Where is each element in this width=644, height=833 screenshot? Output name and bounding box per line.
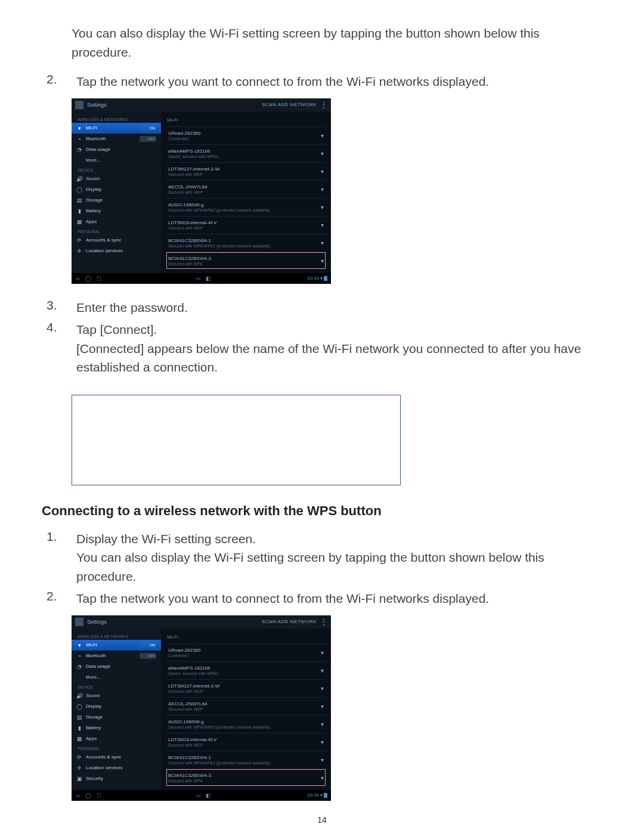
sidebar-item-more[interactable]: More... [72,155,161,166]
sidebar-item-accounts[interactable]: ⟳ Accounts & sync [72,752,161,763]
sidebar-item-data[interactable]: ◔ Data usage [72,661,161,672]
wifi-signal-icon: ▾ [321,649,324,656]
wifi-network-item[interactable]: BCW41C32BSW4-1Secured with WPA/WPA2 (pro… [166,751,326,769]
sidebar-item-display[interactable]: ◯ Display [72,184,161,195]
apps-icon: ▦ [76,736,82,742]
wifi-signal-icon: ▾ [321,204,324,210]
blank-icon [76,157,82,163]
wifi-network-item[interactable]: URoad-282380Connected ▾ [166,643,326,661]
sidebar-item-apps[interactable]: ▦ Apps [72,216,161,227]
network-status: Secured with WPA/WPA2 (protected network… [168,208,321,212]
wifi-network-item[interactable]: AUSO-1986Wi-gSecured with WPA/WPA2 (prot… [166,198,326,216]
wifi-network-item[interactable]: BCW41C32BSW4-1Secured with WPA/WPA2 (pro… [166,234,326,252]
network-name: AUSO-1986Wi-g [168,202,321,208]
wifi-network-item[interactable]: AECOL-2NW7L84Secured with WEP ▾ [166,697,326,715]
bluetooth-toggle[interactable]: OFF [140,653,156,659]
sidebar-item-label: More... [86,157,156,163]
overflow-icon[interactable]: ⋮ [320,101,327,109]
clock: 10:34 [307,275,319,281]
wifi-signal-icon: ▾ [321,240,324,246]
home-icon[interactable]: ◯ [85,275,91,281]
settings-screenshot-2: Settings SCAN ADD NETWORK ⋮ WIRELESS & N… [72,615,331,801]
wifi-network-item[interactable]: AECOL-2NW7L84Secured with WEP ▾ [166,180,326,198]
wifi-signal-icon: ▾ [321,186,324,193]
sidebar-item-more[interactable]: More... [72,672,161,683]
sidebar-item-label: Accounts & sync [86,237,156,243]
sidebar-item-bluetooth[interactable]: ⌁ Bluetooth OFF [72,651,161,661]
sidebar-item-sound[interactable]: 🔊 Sound [72,174,161,184]
network-status: Connected [168,654,321,658]
wifi-signal-icon: ▾ [321,168,324,175]
sidebar-item-storage[interactable]: ▤ Storage [72,195,161,206]
notif-icon[interactable]: ◧ [206,792,211,798]
notif-icon[interactable]: ◧ [206,275,211,281]
intro-paragraph: You can also display the Wi-Fi setting s… [72,24,602,61]
wifi-network-item[interactable]: aNexAMPS-182166Saved, secured with WPA2 … [166,661,326,679]
network-status: Saved, secured with WPA2 [168,154,321,159]
network-status: Secured with WPA/WPA2 (protected network… [168,761,321,765]
network-name: BCW41C32BSW4-1 [168,238,321,243]
network-status: Secured with WEP [168,707,321,711]
wps-heading: Connecting to a wireless network with th… [42,503,602,519]
sidebar-item-wifi[interactable]: ▾ Wi-Fi ON [72,123,161,134]
back-icon[interactable]: ◅ [75,275,79,281]
wifi-network-item[interactable]: URoad-282380Connected ▾ [166,126,326,144]
sidebar-item-label: Display [86,704,156,709]
network-status: Secured with WEP [168,190,321,194]
sound-icon: 🔊 [76,693,82,699]
bluetooth-toggle[interactable]: OFF [140,136,156,142]
sidebar-item-battery[interactable]: ▮ Battery [72,723,161,733]
network-status: Secured with WEP [168,743,321,747]
wifi-network-item[interactable]: LDT3M18-internal-4f-VSecured with WEP ▾ [166,216,326,234]
wifi-status-icon: ▾ [320,275,323,281]
sidebar-item-location[interactable]: ✛ Location services [72,246,161,256]
wifi-network-item[interactable]: LDT3M18-internal-4f-VSecured with WEP ▾ [166,733,326,751]
step-3: 3. Enter the password. [42,298,602,317]
sidebar-item-accounts[interactable]: ⟳ Accounts & sync [72,235,161,246]
overflow-icon[interactable]: ⋮ [320,618,327,626]
step-4: 4. Tap [Connect]. [Connected] appears be… [42,320,602,377]
wifi-network-item[interactable]: LDT3M127-internet-3-WSecured with WEP ▾ [166,679,326,697]
bluetooth-icon: ⌁ [76,653,82,659]
wifi-network-item[interactable]: LDT3M127-internet-3-WSecured with WEP ▾ [166,162,326,180]
notif-icon[interactable]: ▭ [196,792,201,798]
wifi-toggle[interactable]: ON [140,642,156,648]
back-icon[interactable]: ◅ [75,792,79,798]
wifi-network-item-highlighted[interactable]: BCW41C32BSW4-3Secured with WPA ▾ [166,769,326,786]
app-topbar: Settings SCAN ADD NETWORK ⋮ [72,98,331,112]
network-name: AUSO-1986Wi-g [168,719,321,724]
sidebar-item-sound[interactable]: 🔊 Sound [72,690,161,701]
security-icon: ▣ [76,776,82,782]
location-icon: ✛ [76,248,82,254]
wifi-network-item[interactable]: aNexAMPS-182166Saved, secured with WPA2 … [166,144,326,162]
storage-icon: ▤ [76,714,82,720]
sidebar-item-storage[interactable]: ▤ Storage [72,712,161,723]
wifi-signal-icon: ▾ [321,721,324,727]
sidebar-item-label: Location services [86,248,156,253]
sidebar-item-location[interactable]: ✛ Location services [72,763,161,773]
home-icon[interactable]: ◯ [85,792,91,798]
sidebar-item-display[interactable]: ◯ Display [72,701,161,712]
sidebar-item-label: Bluetooth [86,653,136,658]
settings-body: WIRELESS & NETWORKS ▾ Wi-Fi ON ⌁ Bluetoo… [72,112,331,273]
sidebar-item-bluetooth[interactable]: ⌁ Bluetooth OFF [72,134,161,144]
wifi-signal-icon: ▾ [321,775,324,781]
settings-sidebar: WIRELESS & NETWORKS ▾ Wi-Fi ON ⌁ Bluetoo… [72,628,161,790]
wifi-network-item-highlighted[interactable]: BCW41C32BSW4-3Secured with WPA ▾ [166,252,326,270]
sidebar-item-label: Wi-Fi [86,642,136,648]
sidebar-item-wifi[interactable]: ▾ Wi-Fi ON [72,640,161,651]
wifi-signal-icon: ▾ [321,150,324,157]
sidebar-item-apps[interactable]: ▦ Apps [72,733,161,744]
notif-icon[interactable]: ▭ [196,275,201,281]
wifi-signal-icon: ▾ [321,685,324,692]
network-name: LDT3M127-internet-3-W [168,683,321,689]
network-status: Secured with WPA [168,262,321,266]
topbar-actions[interactable]: SCAN ADD NETWORK [262,619,317,624]
sidebar-item-battery[interactable]: ▮ Battery [72,206,161,216]
wifi-network-item[interactable]: AUSO-1986Wi-gSecured with WPA/WPA2 (prot… [166,715,326,733]
sidebar-item-security[interactable]: ▣ Security [72,773,161,784]
wifi-toggle[interactable]: ON [140,125,156,131]
topbar-actions[interactable]: SCAN ADD NETWORK [262,102,317,107]
sidebar-item-data[interactable]: ◔ Data usage [72,144,161,155]
sidebar-item-label: Battery [86,725,156,730]
